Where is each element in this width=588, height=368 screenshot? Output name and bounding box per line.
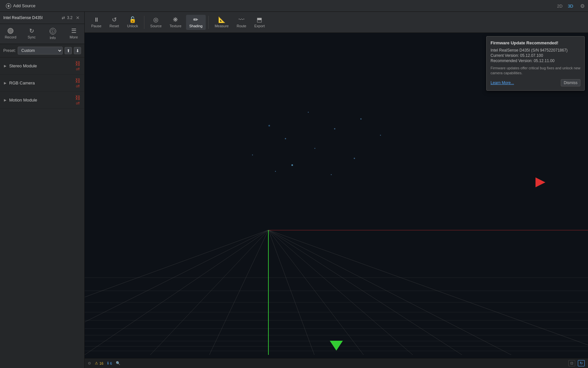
- pause-button[interactable]: ⏸ Pause: [88, 15, 105, 30]
- warning-count: 16: [99, 361, 103, 365]
- svg-marker-24: [536, 177, 545, 187]
- green-position-indicator: [330, 341, 343, 352]
- sync-icon: ↻: [29, 28, 34, 34]
- svg-line-20: [268, 230, 588, 345]
- red-direction-arrow: [532, 174, 549, 192]
- top-bar: + Add Source 2D 3D ⚙: [0, 0, 588, 12]
- fit-view-button[interactable]: ⊡: [568, 360, 575, 366]
- firmware-recommended-label: Recommended Version:: [491, 58, 534, 63]
- more-icon: ☰: [71, 28, 76, 34]
- preset-select[interactable]: Custom Default Hand High Accuracy High D…: [18, 47, 63, 55]
- view-2d-button[interactable]: 2D: [556, 3, 564, 9]
- firmware-description: Firmware updates offer critical bug fixe…: [491, 66, 580, 76]
- stereo-module-arrow: ▶: [4, 64, 7, 68]
- reset-label: Reset: [110, 24, 119, 28]
- add-source-button[interactable]: + Add Source: [3, 2, 38, 10]
- main-layout: Intel RealSense D435I ⇄ 3.2 ✕ Record ↻ S…: [0, 12, 588, 368]
- scatter-dot: [331, 174, 332, 175]
- texture-button[interactable]: ❋ Texture: [166, 15, 185, 30]
- svg-marker-25: [330, 341, 343, 351]
- motion-module-name: Motion Module: [9, 98, 73, 103]
- reset-icon: ↺: [112, 17, 117, 23]
- status-globe: ⊙: [88, 361, 91, 365]
- svg-line-16: [268, 230, 364, 355]
- more-button[interactable]: ☰ More: [63, 27, 84, 41]
- status-search[interactable]: 🔍: [116, 361, 120, 365]
- add-source-label: Add Source: [13, 3, 35, 8]
- svg-line-13: [209, 230, 268, 355]
- texture-label: Texture: [170, 24, 181, 28]
- content-area: ⏸ Pause ↺ Reset 🔓 Unlock ◎ Source ❋ Text…: [85, 12, 588, 368]
- status-warnings[interactable]: ⚠ 16: [95, 361, 103, 365]
- info-icon: ⓘ: [50, 28, 56, 34]
- route-button[interactable]: 〰 Route: [233, 15, 250, 30]
- view-3d-button[interactable]: 3D: [566, 3, 575, 9]
- motion-toggle-label: off: [76, 102, 80, 105]
- rgb-toggle-label: off: [76, 84, 80, 88]
- settings-icon[interactable]: ⚙: [580, 3, 585, 9]
- firmware-notification: Firmware Update Recommended! Intel RealS…: [486, 36, 585, 91]
- export-label: Export: [254, 24, 265, 28]
- unlock-icon: 🔓: [129, 17, 136, 23]
- firmware-recommended-version: Recommended Version: 05.12.11.00: [491, 58, 580, 63]
- info-label: Info: [50, 36, 55, 40]
- scatter-dot: [252, 154, 253, 155]
- sync-button[interactable]: ↻ Sync: [21, 27, 42, 41]
- search-icon: 🔍: [116, 361, 120, 365]
- warning-icon: ⚠: [95, 361, 98, 365]
- scatter-dot: [314, 148, 315, 149]
- preset-upload-button[interactable]: ⬆: [65, 47, 72, 54]
- shading-button[interactable]: ✏ Shading: [186, 15, 206, 30]
- unlock-button[interactable]: 🔓 Unlock: [124, 15, 141, 30]
- firmware-current-value: 05.12.07.100: [520, 53, 543, 58]
- svg-line-12: [150, 230, 268, 355]
- rgb-camera-arrow: ▶: [4, 81, 7, 85]
- stereo-toggle-icon: ⛓: [75, 61, 80, 67]
- motion-module-row[interactable]: ▶ Motion Module ⛓ off: [0, 92, 84, 109]
- measure-icon: 📐: [218, 17, 225, 23]
- source-button[interactable]: ◎ Source: [147, 15, 165, 30]
- globe-icon: ⊙: [88, 361, 91, 365]
- measure-label: Measure: [215, 24, 229, 28]
- svg-line-21: [85, 230, 268, 345]
- toolbar-divider-2: [208, 16, 209, 29]
- shading-label: Shading: [189, 24, 202, 28]
- firmware-current-version: Current Version: 05.12.07.100: [491, 53, 580, 58]
- scatter-dot: [334, 128, 335, 129]
- device-version: 3.2: [67, 15, 73, 20]
- status-bar: ⊙ ⚠ 16 ℹ 6 🔍 ⊡ ↻: [85, 358, 588, 368]
- toolbar-divider-1: [144, 16, 144, 29]
- viewport[interactable]: Firmware Update Recommended! Intel RealS…: [85, 33, 588, 368]
- firmware-recommended-value: 05.12.11.00: [534, 58, 554, 63]
- rgb-camera-toggle[interactable]: ⛓ off: [75, 78, 80, 88]
- device-header: Intel RealSense D435I ⇄ 3.2 ✕: [0, 12, 84, 24]
- firmware-current-label: Current Version:: [491, 53, 520, 58]
- export-button[interactable]: ⬒ Export: [251, 15, 268, 30]
- rgb-camera-row[interactable]: ▶ RGB Camera ⛓ off: [0, 75, 84, 92]
- firmware-learn-more-button[interactable]: Learn More...: [491, 80, 514, 85]
- device-name: Intel RealSense D435I: [3, 15, 60, 20]
- record-button[interactable]: Record: [0, 27, 21, 41]
- rotate-view-button[interactable]: ↻: [578, 360, 585, 366]
- more-label: More: [70, 35, 78, 39]
- motion-toggle-icon: ⛓: [75, 95, 80, 101]
- route-label: Route: [237, 24, 246, 28]
- device-close-button[interactable]: ✕: [74, 14, 81, 21]
- preset-download-button[interactable]: ⬇: [74, 47, 81, 54]
- info-button[interactable]: ⓘ Info: [42, 27, 63, 41]
- scatter-dot: [268, 125, 270, 126]
- stereo-module-row[interactable]: ▶ Stereo Module ⛓ off: [0, 58, 84, 75]
- svg-line-17: [268, 230, 413, 355]
- firmware-dismiss-button[interactable]: Dismiss: [561, 79, 580, 86]
- stereo-module-toggle[interactable]: ⛓ off: [75, 61, 80, 71]
- motion-module-toggle[interactable]: ⛓ off: [75, 95, 80, 105]
- preset-label: Preset:: [3, 48, 16, 53]
- firmware-title: Firmware Update Recommended!: [491, 40, 580, 45]
- measure-button[interactable]: 📐 Measure: [211, 15, 232, 30]
- modules-list: ▶ Stereo Module ⛓ off ▶ RGB Camera ⛓ off…: [0, 58, 84, 368]
- reset-button[interactable]: ↺ Reset: [106, 15, 122, 30]
- motion-module-arrow: ▶: [4, 98, 7, 102]
- status-info-count[interactable]: ℹ 6: [107, 361, 112, 365]
- svg-line-19: [268, 230, 511, 355]
- stereo-toggle-label: off: [76, 67, 80, 71]
